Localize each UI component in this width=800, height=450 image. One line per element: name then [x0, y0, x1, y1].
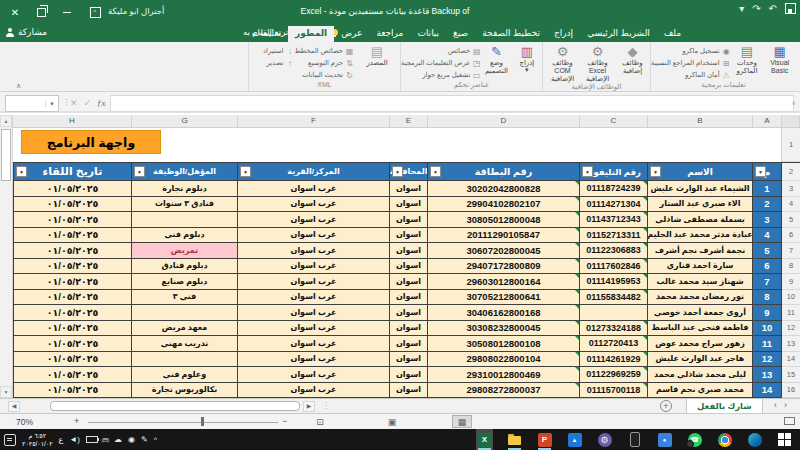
cell-center-village[interactable]: غرب اسوان [238, 290, 390, 306]
prev-sheet-icon[interactable]: ‹ [774, 400, 777, 410]
taskbar-clock[interactable]: ٦:٥٢ م ٢٠٢٥/٠١/٠٢ [22, 432, 53, 448]
cell-meeting-date[interactable]: ٠١/٠٥/٢٠٢٥ [13, 259, 132, 275]
tab-9[interactable]: تعليمات [245, 26, 288, 42]
cell-name[interactable]: بسملة مصطفى شاذلي [648, 212, 753, 228]
cell-national-id[interactable]: 30805012800048 [428, 212, 580, 228]
name-box-dropdown-icon[interactable]: ▼ [45, 101, 58, 107]
cell-governorate[interactable]: اسوان [390, 336, 428, 352]
ribbon-button-expansion-packs[interactable]: ⇅حزم التوسيع [294, 57, 354, 69]
collapse-ribbon-icon[interactable]: ∧ [16, 82, 21, 90]
save-icon[interactable] [785, 3, 796, 14]
cell-national-id[interactable]: 29603012800164 [428, 274, 580, 290]
tab-1[interactable]: الشريط الرئيسي [580, 26, 657, 42]
ribbon-button-macros[interactable]: ▤وحدات الماكرو [731, 44, 764, 75]
display-settings-icon[interactable] [784, 417, 795, 425]
cell-meeting-date[interactable]: ٠١/٠٥/٢٠٢٥ [13, 352, 132, 368]
sheet-tab-active[interactable]: شارك بالفعل [686, 399, 763, 413]
hidden-icons-chevron[interactable]: ^ [154, 436, 157, 443]
cell-meeting-date[interactable]: ٠١/٠٥/٢٠٢٥ [13, 336, 132, 352]
volume-icon[interactable]: ◄) [69, 435, 80, 444]
cell-governorate[interactable]: اسوان [390, 197, 428, 213]
zoom-in-button[interactable]: + [74, 416, 79, 426]
cell-name[interactable]: نور رمضان محمد محمد [648, 290, 753, 306]
taskbar-app-excel[interactable]: X [476, 429, 493, 450]
tab-3[interactable]: تخطيط الصفحة [475, 26, 547, 42]
cell-name[interactable]: زهور سراج محمد عوض [648, 336, 753, 352]
cell-phone[interactable]: 01143712343 [580, 212, 648, 228]
cell-national-id[interactable]: 29904102802107 [428, 197, 580, 213]
cell-national-id[interactable]: 30705212800641 [428, 290, 580, 306]
cell-governorate[interactable]: اسوان [390, 181, 428, 197]
row-header-6[interactable]: 6 [782, 228, 800, 244]
cell-national-id[interactable]: 29407172800809 [428, 259, 580, 275]
cell-serial-number[interactable]: 9 [753, 305, 782, 321]
column-header-A[interactable]: A [753, 115, 782, 127]
cell-serial-number[interactable]: 3 [753, 212, 782, 228]
cell-qualification[interactable]: تدريب مهني [132, 336, 238, 352]
cell-center-village[interactable]: غرب اسوان [238, 321, 390, 337]
cell-meeting-date[interactable]: ٠١/٠٥/٢٠٢٥ [13, 228, 132, 244]
cell-phone[interactable]: 01115700118 [580, 383, 648, 399]
formula-input[interactable] [110, 95, 794, 112]
cell-national-id[interactable]: 30607202800045 [428, 243, 580, 259]
name-box[interactable]: ▼ [5, 95, 59, 112]
enter-entry-icon[interactable]: ✓ [84, 98, 92, 108]
column-header-F[interactable]: F [238, 115, 390, 127]
cell-national-id[interactable]: 20111290105847 [428, 228, 580, 244]
cell-center-village[interactable]: غرب اسوان [238, 383, 390, 399]
normal-view-icon[interactable]: ▦ [452, 415, 472, 428]
cell-governorate[interactable]: اسوان [390, 367, 428, 383]
cell-name[interactable]: عبادة مدثر محمد عبد الحليم [648, 228, 753, 244]
row-header-7[interactable]: 7 [782, 243, 800, 259]
page-break-preview-icon[interactable]: ⊡ [310, 415, 330, 428]
cloud-icon[interactable]: ☁ [114, 435, 122, 444]
column-header-B[interactable]: B [648, 115, 753, 127]
cell-qualification[interactable]: تمريض [132, 243, 238, 259]
filter-dropdown-icon[interactable]: ▼ [582, 166, 593, 177]
taskbar-app-settings[interactable]: ⚙ [596, 429, 613, 450]
scroll-left-icon[interactable]: ◀ [8, 401, 20, 412]
cell-name[interactable]: أروى جمعة أحمد خوصي [648, 305, 753, 321]
horizontal-scroll-thumb[interactable] [50, 401, 300, 411]
ribbon-button-properties[interactable]: ▤خصائص [401, 45, 481, 57]
taskbar-app-photos[interactable]: ▲ [566, 429, 583, 450]
row-header-16[interactable]: 16 [782, 383, 800, 399]
column-header-G[interactable]: G [132, 115, 238, 127]
cell-qualification[interactable] [132, 352, 238, 368]
zoom-slider-thumb[interactable] [201, 417, 204, 426]
cell-serial-number[interactable]: 4 [753, 228, 782, 244]
select-all-corner[interactable] [782, 115, 800, 127]
cell-phone[interactable]: 01273324188 [580, 321, 648, 337]
ribbon-button-export[interactable]: ↑تصدير [263, 57, 294, 69]
ribbon-button-refresh-data[interactable]: ↻تحديث البيانات [294, 69, 354, 81]
redo-icon[interactable]: ↷ [752, 3, 760, 14]
cell-governorate[interactable]: اسوان [390, 259, 428, 275]
ribbon-button-map-properties[interactable]: ▦خصائص المخطط [294, 45, 354, 57]
account-name[interactable]: أجترال ابو مليكة [108, 6, 164, 16]
cell-meeting-date[interactable]: ٠١/٠٥/٢٠٢٥ [13, 243, 132, 259]
cell-serial-number[interactable]: 2 [753, 197, 782, 213]
restore-icon[interactable] [30, 4, 52, 20]
cell-name[interactable]: الاء صبري عبد الستار [648, 197, 753, 213]
cell-national-id[interactable]: 29808272800037 [428, 383, 580, 399]
cell-qualification[interactable] [132, 212, 238, 228]
row-header-13[interactable]: 13 [782, 336, 800, 352]
row-header-2[interactable]: 2 [782, 163, 800, 181]
tab-6[interactable]: مراجعة [369, 26, 410, 42]
cell-name[interactable]: سارة احمد قناري [648, 259, 753, 275]
ribbon-button-com-add-ins[interactable]: ⚙وظائف COM الإضافية [545, 44, 580, 83]
cell-center-village[interactable]: غرب اسوان [238, 305, 390, 321]
cell-phone[interactable]: 01155834482 [580, 290, 648, 306]
cell-national-id[interactable]: 29310012800469 [428, 367, 580, 383]
row-header-3[interactable]: 3 [782, 181, 800, 197]
cell-name[interactable]: الشيماء عبد الوارث عليش [648, 181, 753, 197]
column-header-C[interactable]: C [580, 115, 648, 127]
cell-phone[interactable]: 01114195953 [580, 274, 648, 290]
cell-phone[interactable]: 01122306883 [580, 243, 648, 259]
cell-qualification[interactable]: دبلوم فني [132, 228, 238, 244]
cell-phone[interactable]: 01152713311 [580, 228, 648, 244]
cell-qualification[interactable]: بكالوريوس تجارة [132, 383, 238, 399]
cell-name[interactable]: فاطمة فتحي عبد الباسط [648, 321, 753, 337]
ribbon-button-record-macro[interactable]: ◉تسجيل ماكرو [651, 45, 731, 57]
language-indicator[interactable]: ع [59, 435, 64, 444]
